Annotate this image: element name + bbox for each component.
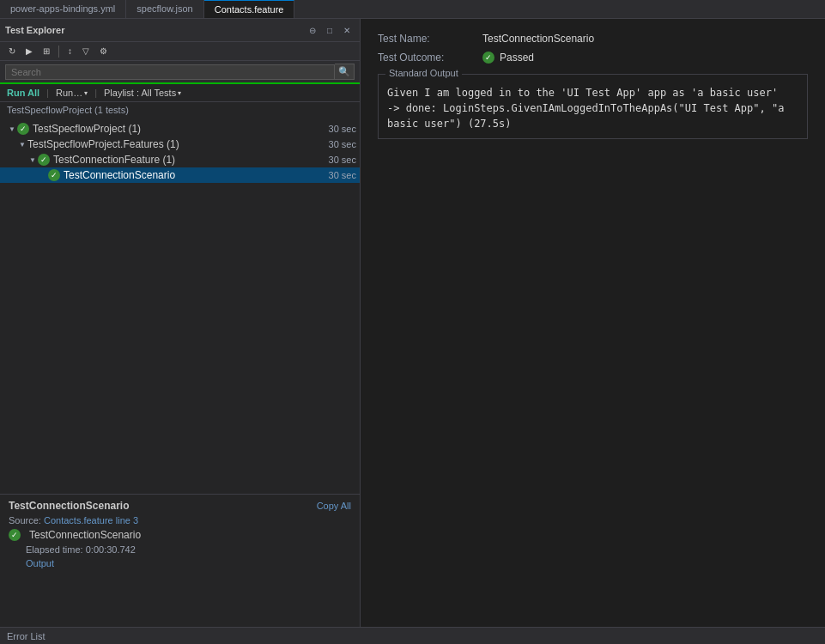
playlist-chevron-icon: ▾ bbox=[178, 89, 181, 97]
tree-view: ▼ ✓ TestSpecflowProject (1) 30 sec ▼ Tes… bbox=[0, 118, 360, 494]
left-panel: Test Explorer ⊖ □ ✕ ↻ ▶ ⊞ ↕ ▽ ⚙ 🔍 Run Al… bbox=[0, 19, 361, 627]
elapsed-value: 0:00:30.742 bbox=[86, 544, 136, 555]
bottom-detail-panel: TestConnectionScenario Copy All Source: … bbox=[0, 494, 360, 627]
separator-pipe: | bbox=[46, 88, 49, 98]
outcome-value: ✓ Passed bbox=[482, 52, 534, 64]
arrow-0: ▼ bbox=[7, 125, 17, 133]
run-tests-icon[interactable]: ▶ bbox=[22, 45, 36, 58]
tree-item-0[interactable]: ▼ ✓ TestSpecflowProject (1) 30 sec bbox=[0, 121, 360, 137]
tree-time-3: 30 sec bbox=[329, 170, 356, 180]
tree-root-label: TestSpecflowProject (1 tests) bbox=[0, 102, 360, 118]
tab-contacts-feature[interactable]: Contacts.feature bbox=[204, 0, 295, 18]
output-line-0: Given I am logged in to the 'UI Test App… bbox=[387, 85, 798, 100]
tree-item-1[interactable]: ▼ TestSpecflowProject.Features (1) 30 se… bbox=[0, 137, 360, 152]
test-name-value: TestConnectionScenario bbox=[482, 33, 594, 45]
error-bar: Error List bbox=[0, 627, 825, 644]
panel-title: Test Explorer bbox=[5, 25, 65, 35]
tree-time-2: 30 sec bbox=[329, 155, 356, 165]
tree-label-0: TestSpecflowProject (1) bbox=[33, 123, 322, 135]
outcome-row: Test Outcome: ✓ Passed bbox=[378, 52, 808, 64]
maximize-icon[interactable]: □ bbox=[322, 22, 337, 38]
run-label: Run… bbox=[56, 88, 82, 98]
tree-time-0: 30 sec bbox=[329, 124, 356, 134]
separator-pipe-2: | bbox=[94, 88, 97, 98]
tree-time-1: 30 sec bbox=[329, 139, 356, 149]
bottom-pass-icon: ✓ bbox=[9, 529, 21, 541]
tree-item-2[interactable]: ▼ ✓ TestConnectionFeature (1) 30 sec bbox=[0, 152, 360, 167]
bottom-test-label: TestConnectionScenario bbox=[29, 529, 141, 541]
toolbar: ↻ ▶ ⊞ ↕ ▽ ⚙ bbox=[0, 42, 360, 61]
test-name-label: Test Name: bbox=[378, 33, 472, 45]
tab-power-apps-bindings[interactable]: power-apps-bindings.yml bbox=[0, 0, 126, 18]
outcome-pass-icon: ✓ bbox=[482, 52, 494, 64]
elapsed-label: Elapsed time: bbox=[26, 544, 83, 555]
run-chevron-icon: ▾ bbox=[84, 89, 88, 97]
arrow-1: ▼ bbox=[17, 141, 27, 149]
playlist-text: Playlist : All Tests bbox=[104, 88, 176, 98]
standard-output-content: Given I am logged in to the 'UI Test App… bbox=[379, 75, 807, 138]
bottom-test-name: TestConnectionScenario bbox=[9, 500, 129, 512]
error-bar-label: Error List bbox=[7, 631, 45, 641]
right-panel: Test Name: TestConnectionScenario Test O… bbox=[361, 19, 825, 627]
tree-label-2: TestConnectionFeature (1) bbox=[53, 154, 322, 166]
search-input[interactable] bbox=[5, 64, 335, 80]
header-icons: ⊖ □ ✕ bbox=[305, 22, 355, 38]
pass-icon-0: ✓ bbox=[17, 123, 29, 135]
refresh-icon[interactable]: ↻ bbox=[5, 45, 19, 58]
standard-output-box: Standard Output Given I am logged in to … bbox=[378, 74, 808, 139]
close-icon[interactable]: ✕ bbox=[339, 22, 355, 38]
copy-all-button[interactable]: Copy All bbox=[317, 501, 351, 511]
pass-icon-2: ✓ bbox=[38, 154, 50, 166]
group-by-icon[interactable]: ⊞ bbox=[39, 45, 53, 58]
run-dropdown[interactable]: Run… ▾ bbox=[56, 88, 88, 98]
search-bar: 🔍 bbox=[0, 61, 360, 84]
pin-icon[interactable]: ⊖ bbox=[305, 22, 320, 38]
playlist-bar: Run All | Run… ▾ | Playlist : All Tests … bbox=[0, 84, 360, 102]
bottom-elapsed: Elapsed time: 0:00:30.742 bbox=[9, 544, 351, 555]
tree-label-1: TestSpecflowProject.Features (1) bbox=[27, 138, 322, 150]
top-tabs-bar: power-apps-bindings.yml specflow.json Co… bbox=[0, 0, 825, 19]
tree-label-3: TestConnectionScenario bbox=[64, 169, 322, 181]
output-line-1: -> done: LoginSteps.GivenIAmLoggedInToTh… bbox=[387, 100, 798, 131]
bottom-header: TestConnectionScenario Copy All bbox=[9, 500, 351, 512]
tree-item-3[interactable]: ✓ TestConnectionScenario 30 sec bbox=[0, 167, 360, 183]
bottom-test-row: ✓ TestConnectionScenario bbox=[9, 529, 351, 541]
source-link[interactable]: Contacts.feature line 3 bbox=[44, 515, 138, 526]
run-all-button[interactable]: Run All bbox=[7, 88, 39, 98]
outcome-text: Passed bbox=[500, 52, 534, 64]
main-layout: Test Explorer ⊖ □ ✕ ↻ ▶ ⊞ ↕ ▽ ⚙ 🔍 Run Al… bbox=[0, 19, 825, 627]
search-button[interactable]: 🔍 bbox=[335, 64, 355, 80]
test-name-row: Test Name: TestConnectionScenario bbox=[378, 33, 808, 45]
filter-icon[interactable]: ▽ bbox=[79, 45, 93, 58]
panel-header: Test Explorer ⊖ □ ✕ bbox=[0, 19, 360, 42]
outcome-label: Test Outcome: bbox=[378, 52, 472, 64]
pass-icon-3: ✓ bbox=[48, 169, 60, 181]
toolbar-separator-1 bbox=[58, 46, 59, 58]
output-link[interactable]: Output bbox=[9, 558, 351, 568]
settings-icon[interactable]: ⚙ bbox=[96, 45, 111, 58]
right-content: Test Name: TestConnectionScenario Test O… bbox=[361, 19, 825, 627]
sort-icon[interactable]: ↕ bbox=[64, 45, 76, 58]
playlist-label[interactable]: Playlist : All Tests ▾ bbox=[104, 88, 181, 98]
bottom-source: Source: Contacts.feature line 3 bbox=[9, 515, 351, 526]
source-label: Source: bbox=[9, 515, 41, 526]
arrow-2: ▼ bbox=[27, 156, 38, 164]
standard-output-legend: Standard Output bbox=[385, 68, 462, 78]
tab-specflow-json[interactable]: specflow.json bbox=[126, 0, 203, 18]
